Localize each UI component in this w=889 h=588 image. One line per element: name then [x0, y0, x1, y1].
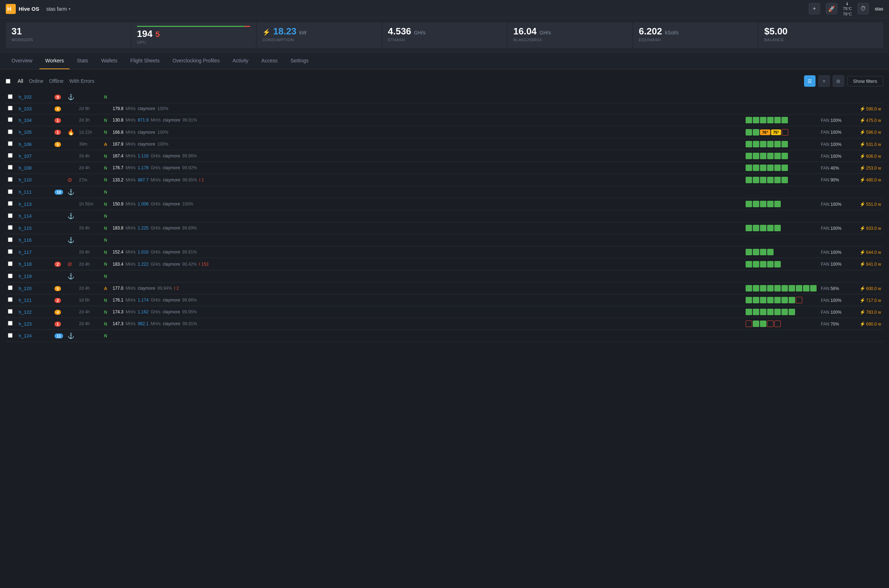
- row-checkbox[interactable]: [8, 274, 12, 278]
- worker-name[interactable]: h_102: [19, 94, 31, 100]
- row-checkbox[interactable]: [8, 141, 12, 146]
- table-row: h_108 2d 4h N 176.7 MH/s 1.178GH/s claym…: [6, 162, 883, 174]
- rocket-button[interactable]: 🚀: [826, 3, 837, 14]
- row-checkbox[interactable]: [8, 261, 12, 266]
- worker-name[interactable]: h_104: [19, 118, 31, 123]
- header: H Hive OS · stas farm ▾ + 🚀 🌡 75°C 76°C …: [0, 0, 889, 18]
- worker-name[interactable]: h_115: [19, 225, 31, 231]
- worker-name[interactable]: h_107: [19, 153, 31, 159]
- lightning-icon: ⚡: [860, 106, 865, 111]
- table-row: h_120 5 2d 4h A 177.0 MH/s claymore 99.9…: [6, 282, 883, 294]
- worker-name[interactable]: h_105: [19, 129, 31, 135]
- lightning-icon: ⚡: [860, 225, 865, 231]
- worker-name[interactable]: h_120: [19, 286, 31, 291]
- view-list-button[interactable]: ≡: [819, 75, 830, 87]
- row-checkbox[interactable]: [8, 106, 12, 110]
- tab-overclocking[interactable]: Overclocking Profiles: [167, 53, 225, 69]
- worker-name[interactable]: h_110: [19, 177, 31, 183]
- table-row: h_119 ⚓ N: [6, 270, 883, 282]
- net-indicator: N: [104, 333, 107, 339]
- worker-name[interactable]: h_121: [19, 298, 31, 303]
- row-checkbox[interactable]: [8, 94, 12, 99]
- row-checkbox[interactable]: [8, 117, 12, 122]
- tab-overview[interactable]: Overview: [6, 53, 38, 69]
- alert-badge: 1: [54, 118, 61, 123]
- net-indicator: N: [104, 214, 107, 219]
- anchor-icon: ⚓: [67, 94, 75, 100]
- row-checkbox[interactable]: [8, 225, 12, 230]
- add-button[interactable]: +: [809, 3, 820, 14]
- workers-stat: 31 WORKERS: [6, 22, 130, 48]
- show-filters-button[interactable]: Show filters: [847, 76, 883, 86]
- row-checkbox[interactable]: [8, 333, 12, 338]
- row-checkbox[interactable]: [8, 297, 12, 302]
- worker-name[interactable]: h_117: [19, 249, 31, 255]
- power-value: 644.0 w: [866, 250, 881, 255]
- tab-wallets[interactable]: Wallets: [95, 53, 123, 69]
- lightning-icon: ⚡: [860, 177, 865, 183]
- tab-flight-sheets[interactable]: Flight Sheets: [125, 53, 166, 69]
- row-checkbox[interactable]: [8, 309, 12, 314]
- blake-value: 16.04 GH/s: [513, 26, 627, 37]
- worker-name[interactable]: h_123: [19, 321, 31, 327]
- worker-name[interactable]: h_106: [19, 142, 31, 147]
- filter-online[interactable]: Online: [29, 77, 43, 86]
- farm-name[interactable]: stas farm ▾: [46, 6, 70, 12]
- tab-workers[interactable]: Workers: [39, 53, 69, 69]
- worker-name[interactable]: h_108: [19, 165, 31, 171]
- tab-stats[interactable]: Stats: [71, 53, 94, 69]
- hive-logo-icon: H: [6, 4, 16, 14]
- table-row: h_103 4 2d 9h 179.8 MH/s claymore 100% ⚡…: [6, 103, 883, 114]
- power-value: 933.0 w: [866, 226, 881, 231]
- temperature-display: 🌡 75°C 76°C: [843, 1, 852, 16]
- worker-name[interactable]: h_103: [19, 106, 31, 111]
- row-checkbox[interactable]: [8, 321, 12, 326]
- row-checkbox[interactable]: [8, 165, 12, 170]
- lightning-icon: ⚡: [860, 153, 865, 159]
- row-checkbox[interactable]: [8, 249, 12, 254]
- timer-button[interactable]: ⏱: [858, 3, 869, 14]
- worker-name[interactable]: h_122: [19, 309, 31, 315]
- worker-name[interactable]: h_118: [19, 261, 31, 267]
- row-checkbox[interactable]: [8, 213, 12, 218]
- tab-settings[interactable]: Settings: [285, 53, 314, 69]
- power-value: 596.0 w: [866, 130, 881, 135]
- row-checkbox[interactable]: [8, 201, 12, 206]
- worker-name[interactable]: h_111: [19, 189, 31, 195]
- filter-offline[interactable]: Offline: [49, 77, 63, 86]
- fan-info: FAN 56%: [821, 286, 839, 291]
- row-checkbox[interactable]: [8, 189, 12, 194]
- select-all-checkbox[interactable]: [6, 79, 10, 84]
- table-row: h_107 2d 4h N 167.4 MH/s 1.116GH/s claym…: [6, 150, 883, 162]
- worker-name[interactable]: h_119: [19, 274, 31, 279]
- user-name[interactable]: stas: [875, 6, 883, 12]
- lightning-icon: ⚡: [860, 298, 865, 303]
- worker-name[interactable]: h_116: [19, 237, 31, 243]
- worker-name[interactable]: h_114: [19, 213, 31, 219]
- equihash-label: EQUIHASH: [639, 38, 752, 42]
- worker-name[interactable]: h_124: [19, 333, 31, 339]
- row-checkbox[interactable]: [8, 177, 12, 182]
- uptime-value: 2d 9h: [79, 106, 90, 111]
- row-checkbox[interactable]: [8, 285, 12, 290]
- net-indicator: N: [104, 250, 107, 255]
- uptime-value: 2d 4h: [79, 225, 90, 231]
- alert-badge: 4: [54, 310, 61, 315]
- filter-all[interactable]: All: [18, 77, 23, 86]
- table-row: h_111 10 ⚓ N: [6, 186, 883, 198]
- power-value: 590.0 w: [866, 106, 881, 111]
- filter-errors[interactable]: With Errors: [69, 77, 94, 86]
- fan-info: FAN 100%: [821, 130, 841, 135]
- tab-access[interactable]: Access: [256, 53, 283, 69]
- row-checkbox[interactable]: [8, 129, 12, 134]
- view-grid-button[interactable]: ⊞: [833, 75, 844, 87]
- row-checkbox[interactable]: [8, 237, 12, 242]
- worker-name[interactable]: h_113: [19, 201, 31, 207]
- balance-stat: $5.00 BALANCE: [759, 22, 883, 48]
- alert-badge: 2: [54, 262, 61, 267]
- net-indicator: N: [104, 322, 107, 327]
- view-list-detailed-button[interactable]: ☰: [804, 75, 816, 87]
- anchor-icon: ⚓: [67, 273, 75, 279]
- tab-activity[interactable]: Activity: [227, 53, 254, 69]
- row-checkbox[interactable]: [8, 153, 12, 158]
